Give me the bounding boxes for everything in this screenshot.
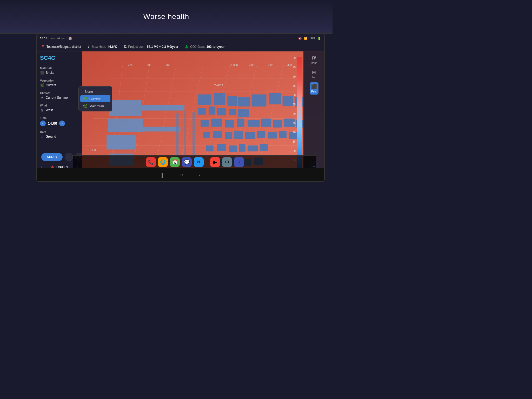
nav-home-button[interactable]: ○ [180,172,183,178]
svg-rect-48 [234,131,243,139]
svg-rect-57 [239,144,245,152]
legend-gradient [297,57,302,171]
materials-label: Materials [40,66,79,70]
svg-rect-55 [217,144,226,151]
maps-view-button[interactable]: 🗺 Maps [309,54,318,66]
data-item[interactable]: 🌡 Ground [40,135,79,139]
taskbar-app-chrome[interactable]: 🌐 [158,157,168,167]
data-label: Data [40,130,79,134]
taskbar-app-youtube[interactable]: ▶ [210,157,220,167]
maximum-icon: 🌿 [83,104,87,108]
svg-rect-39 [237,119,244,127]
time-next-button[interactable]: › [59,121,65,126]
taskbar-app-calendar[interactable]: 📅 [170,157,180,167]
top-screen: Worse health [0,0,332,34]
time-value: 14:00 [47,121,58,125]
top-view-button[interactable]: ⊞ Top [310,68,317,80]
perspective-view-button[interactable]: ⬛ Pers [310,82,318,95]
nav-recents-button[interactable]: ||| [161,172,165,178]
current-icon: 🌿 [83,97,87,101]
dropdown-item-maximum[interactable]: 🌿 Maximum [80,102,110,110]
svg-rect-32 [252,95,267,107]
svg-rect-21 [142,105,185,111]
svg-rect-36 [201,120,209,127]
svg-rect-45 [203,132,210,138]
top-label: Top [312,76,316,79]
maps-label: Maps [311,62,317,64]
svg-rect-26 [238,97,250,107]
apply-button[interactable]: APPLY [41,153,63,161]
maximum-label: Maximum [89,104,104,108]
svg-rect-29 [217,108,226,115]
climate-label: Climate [40,91,79,95]
legend-labels: 80 75 70 65 60 55 50 45 40 35 30 25 20 [293,57,296,171]
time-section: Time ‹ 14:00 › [40,116,79,126]
svg-text:Y-Axis: Y-Axis [214,83,223,87]
climate-value: Current Summer [46,96,69,99]
dropdown-item-current[interactable]: 🌿 Current [80,95,110,102]
current-label: Current [89,97,101,101]
materials-section: Materials ⬛ Bricks [40,66,79,75]
vegetation-item[interactable]: 🌿 Current [40,83,79,87]
svg-rect-52 [279,131,287,138]
thermometer-icon: 🌡 [87,45,90,49]
taskbar-app-teams[interactable]: 💬 [182,157,192,167]
project-cost-value: 58.1 M€ + 0.3 M€/year [147,45,178,49]
svg-rect-27 [198,108,206,115]
svg-text:600: 600 [147,64,151,67]
location-info: 📍 Toulouse/Blagnac district [41,45,81,49]
svg-rect-50 [257,131,265,138]
vegetation-section: Vegetation 🌿 Current [40,79,79,87]
co2-gain-value: 193 ton/year [207,45,225,49]
svg-rect-41 [261,119,271,127]
materials-item[interactable]: ⬛ Bricks [40,71,79,75]
dropdown-item-none[interactable]: None [80,88,110,95]
color-legend: 80 75 70 65 60 55 50 45 40 35 30 25 20 [297,57,302,171]
time-prev-button[interactable]: ‹ [40,121,46,126]
svg-rect-38 [225,120,234,128]
taskbar-divider [207,158,207,166]
svg-rect-24 [214,93,225,105]
legend-value-40: 40 [293,131,296,134]
legend-value-75: 75 [293,66,296,69]
worse-health-title: Worse health [143,12,189,21]
svg-text:-600: -600 [268,64,273,67]
nav-back-button[interactable]: ‹ [199,172,201,178]
svg-text:-400: -400 [287,64,292,67]
climate-section: Climate ☀ Current Summer [40,91,79,100]
svg-text:-800: -800 [249,64,254,67]
climate-item[interactable]: ☀ Current Summer [40,96,79,100]
svg-rect-17 [109,100,141,116]
location-value: Toulouse/Blagnac district [46,45,81,49]
taskbar-app-outlook[interactable]: ✉ [194,157,204,167]
svg-rect-58 [248,145,258,151]
battery-icon: 🔋 [317,37,321,40]
taskbar-app-music[interactable]: ♪ [234,157,244,167]
taskbar-app-phone[interactable]: 📞 [146,157,156,167]
svg-rect-19 [107,135,136,150]
max-heat-info: 🌡 Max Heat: 46.6°C [87,45,117,49]
top-icon: ⊞ [312,70,316,75]
maps-icon: 🗺 [311,56,316,61]
vegetation-value: Current [46,83,56,87]
vegetation-icon: 🌿 [40,83,44,87]
info-bar: 📍 Toulouse/Blagnac district 🌡 Max Heat: … [37,42,324,51]
undo-button[interactable]: ↩ [65,153,73,161]
svg-rect-33 [269,93,281,104]
wind-section: Wind ◎ West [40,104,79,112]
svg-rect-40 [248,120,260,127]
legend-value-65: 65 [293,84,296,87]
svg-rect-30 [229,109,236,115]
max-heat-value: 46.6°C [108,45,117,49]
location-icon: 📍 [41,45,45,49]
data-value: Ground [46,135,56,138]
svg-rect-51 [268,132,277,138]
svg-rect-28 [209,107,215,115]
wind-item[interactable]: ◎ West [40,108,79,112]
svg-rect-22 [140,127,180,132]
legend-value-80: 80 [293,57,296,59]
project-cost-info: 🏗 Project cost: 58.1 M€ + 0.3 M€/year [123,45,178,49]
project-cost-label: Project cost: [128,45,145,49]
taskbar-app-settings[interactable]: ⚙ [222,157,232,167]
wind-icon: ◎ [40,108,44,112]
